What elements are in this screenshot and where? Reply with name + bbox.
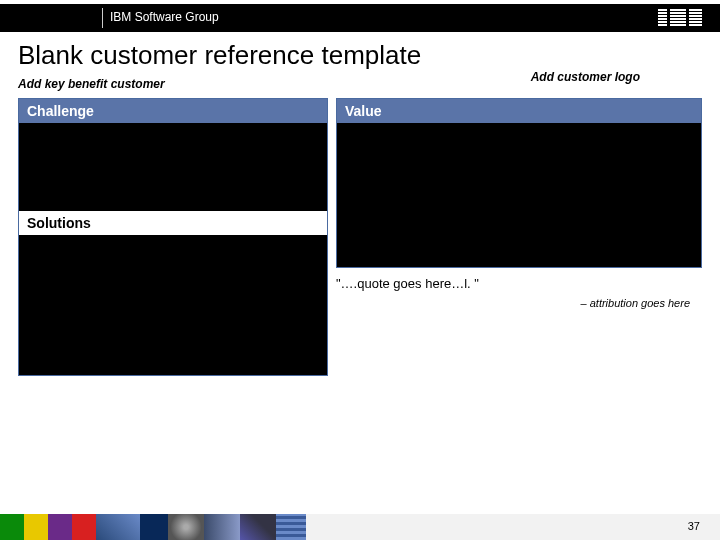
software-group-label: IBM Software Group [110,10,219,24]
color-swatch [96,514,140,540]
svg-rect-3 [658,18,702,20]
color-swatch [24,514,48,540]
color-swatch [140,514,168,540]
bottom-color-bar: 37 [0,514,720,540]
challenge-panel: Challenge Solutions [18,98,328,376]
svg-rect-0 [658,9,702,11]
quote-attribution: – attribution goes here [336,297,702,309]
quote-panel: "….quote goes here…l. " – attribution go… [336,276,702,376]
value-header: Value [337,99,701,123]
svg-rect-4 [658,21,702,23]
customer-logo-placeholder: Add customer logo [531,70,640,84]
page-number-area: 37 [306,514,720,540]
svg-rect-1 [658,12,702,14]
top-bar: IBM Software Group [0,4,720,32]
color-swatch [204,514,240,540]
solutions-header: Solutions [19,211,327,235]
value-panel: Value [336,98,702,268]
color-swatch [72,514,96,540]
svg-rect-2 [658,15,702,17]
challenge-header: Challenge [19,99,327,123]
color-swatch [240,514,276,540]
svg-rect-7 [686,9,689,27]
color-swatch [168,514,204,540]
color-swatch [48,514,72,540]
svg-rect-6 [667,9,670,27]
slide: IBM Software Group Blank customer refere… [0,0,720,540]
topbar-divider [102,8,103,28]
color-swatch [276,514,306,540]
ibm-logo-icon [658,9,702,31]
color-swatch [0,514,24,540]
page-number: 37 [688,520,700,532]
quote-text: "….quote goes here…l. " [336,276,702,291]
svg-rect-5 [658,24,702,26]
page-title: Blank customer reference template [18,40,702,71]
